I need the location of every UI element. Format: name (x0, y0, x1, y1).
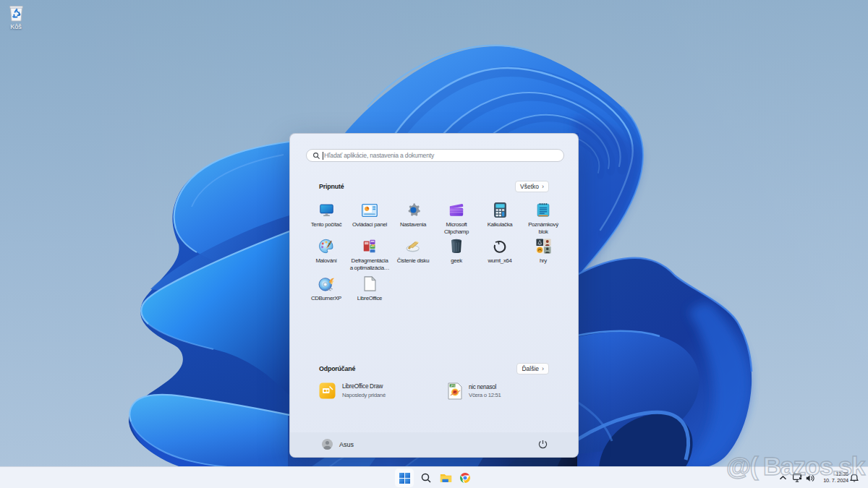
svg-text:JPG: JPG (450, 385, 455, 388)
